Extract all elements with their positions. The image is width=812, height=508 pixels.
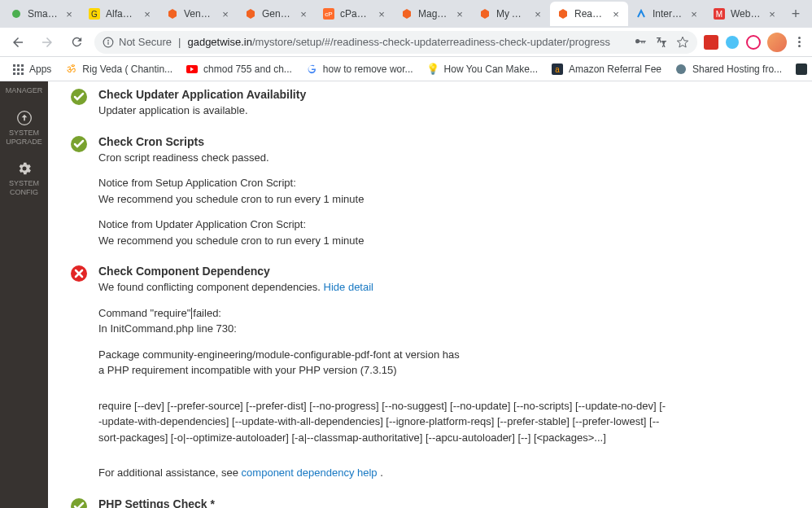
tab-title: My Account	[496, 8, 527, 20]
info-icon	[103, 37, 114, 48]
avatar[interactable]	[767, 33, 787, 52]
favicon-cpanel: cP	[322, 7, 335, 20]
back-button[interactable]	[7, 31, 29, 54]
sidebar-label: MANAGER	[2, 86, 46, 95]
tab-2[interactable]: Vendor Bun ×	[159, 2, 238, 26]
ext-icon-1[interactable]	[704, 35, 718, 50]
bookmarks-bar: Apps ॐ Rig Veda ( Chantin... chmod 755 a…	[0, 57, 812, 81]
bookmark-label: How You Can Make...	[444, 64, 538, 75]
close-icon[interactable]: ×	[454, 8, 465, 20]
key-icon[interactable]	[634, 36, 647, 49]
gear-icon	[2, 160, 46, 177]
tab-5[interactable]: Magento 2.3 ×	[394, 2, 472, 26]
tab-4[interactable]: cP cPanel Login ×	[316, 2, 394, 26]
bookmark-label: chmod 755 and ch...	[203, 64, 292, 75]
favicon-magento	[478, 7, 491, 20]
tab-9[interactable]: M Websites ga ×	[706, 2, 784, 26]
check-title: Check Updater Application Availability	[98, 88, 796, 101]
ext-icon-2[interactable]	[725, 35, 740, 50]
svg-rect-20	[17, 72, 20, 75]
check-updater: Check Updater Application Availability U…	[71, 88, 812, 119]
component-help-link[interactable]: component dependency help	[242, 466, 378, 479]
svg-point-8	[107, 39, 109, 41]
assist-text: .	[378, 466, 383, 479]
bookmark-label: Rig Veda ( Chantin...	[82, 64, 172, 75]
upload-icon	[2, 110, 46, 126]
bookmark-rigveda[interactable]: ॐ Rig Veda ( Chantin...	[59, 59, 177, 79]
favicon-m: M	[713, 7, 726, 20]
star-icon[interactable]	[676, 36, 689, 49]
package-error: Package community-engineering/module-con…	[98, 347, 796, 379]
tab-title: Smart Webs	[28, 8, 59, 20]
hide-detail-link[interactable]: Hide detail	[324, 281, 373, 293]
svg-rect-17	[17, 68, 20, 71]
svg-rect-26	[796, 64, 807, 75]
forward-button[interactable]	[36, 31, 59, 54]
tab-title: Websites ga	[731, 8, 762, 20]
bookmark-chmod[interactable]: chmod 755 and ch...	[181, 59, 297, 79]
close-icon[interactable]: ×	[610, 8, 622, 20]
youtube-icon	[186, 63, 199, 76]
check-desc: We found conflicting component dependenc…	[98, 279, 796, 296]
close-icon[interactable]: ×	[688, 8, 700, 20]
sidebar-item-system-upgrade[interactable]: SYSTEM UPGRADE	[0, 103, 48, 155]
tab-6[interactable]: My Account ×	[472, 2, 550, 26]
url-bar[interactable]: Not Secure | gadgetwise.in/mystore/setup…	[94, 31, 697, 54]
bookmark-amazon[interactable]: a Amazon Referral Fee	[546, 59, 666, 79]
close-icon[interactable]: ×	[766, 8, 778, 20]
bookmark-howyoucan[interactable]: 💡 How You Can Make...	[421, 59, 543, 79]
close-icon[interactable]: ×	[298, 8, 309, 20]
favicon-magento	[244, 7, 257, 20]
content: Check Updater Application Availability U…	[48, 81, 812, 508]
require-block: require [--dev] [--prefer-source] [--pre…	[98, 398, 668, 446]
assist-text: For additional assistance, see	[98, 466, 242, 479]
not-secure-label: Not Secure	[119, 36, 172, 48]
notice-line: Notice from Updater Application Cron Scr…	[98, 217, 796, 233]
tab-title: Magento 2.3	[418, 8, 449, 20]
url-bar-row: Not Secure | gadgetwise.in/mystore/setup…	[0, 28, 812, 57]
tab-title: cPanel Login	[340, 8, 371, 20]
bookmark-label: how to remove wor...	[323, 64, 413, 75]
close-icon[interactable]: ×	[376, 8, 387, 20]
tab-strip: Smart Webs × G Alfawise AR1 × Vendor Bun…	[0, 0, 812, 28]
svg-rect-9	[107, 42, 108, 45]
sidebar-item-system-config[interactable]: SYSTEM CONFIG	[0, 154, 48, 205]
cron-notice-2: Notice from Updater Application Cron Scr…	[98, 217, 796, 248]
cmd-line: Command "require"failed:	[98, 305, 796, 322]
favicon-interserver	[635, 7, 648, 20]
svg-rect-10	[704, 35, 718, 50]
favicon-magento	[166, 7, 179, 20]
ext-icon-3[interactable]	[746, 35, 761, 50]
new-tab-button[interactable]: +	[784, 2, 807, 25]
svg-rect-19	[13, 72, 15, 75]
bookmark-apps[interactable]: Apps	[7, 59, 56, 79]
browser-chrome: Smart Webs × G Alfawise AR1 × Vendor Bun…	[0, 0, 812, 81]
close-icon[interactable]: ×	[142, 8, 153, 20]
reload-button[interactable]	[65, 31, 88, 54]
tab-1[interactable]: G Alfawise AR1 ×	[81, 2, 159, 26]
menu-button[interactable]	[793, 37, 805, 47]
favicon-magento	[557, 7, 570, 20]
cron-notice-1: Notice from Setup Application Cron Scrip…	[98, 175, 796, 207]
favicon-magento	[400, 7, 413, 20]
assistance-line: For additional assistance, see component…	[98, 465, 796, 481]
apps-icon	[11, 63, 24, 76]
translate-icon[interactable]	[655, 36, 668, 49]
svg-point-11	[726, 36, 739, 49]
tab-0[interactable]: Smart Webs ×	[3, 2, 81, 26]
tab-7-active[interactable]: Readiness C ×	[550, 2, 628, 26]
close-icon[interactable]: ×	[220, 8, 231, 20]
bookmark-allengland[interactable]: All England Champi...	[790, 59, 812, 79]
sidebar-item-manager[interactable]: MANAGER	[0, 85, 48, 103]
close-icon[interactable]: ×	[63, 8, 75, 20]
security-indicator[interactable]: Not Secure	[103, 36, 172, 48]
favicon-smart	[10, 7, 23, 20]
command-failed: Command "require"failed: In InitCommand.…	[98, 305, 796, 337]
bookmark-remove[interactable]: how to remove wor...	[300, 59, 418, 79]
svg-point-0	[12, 10, 20, 18]
url-path: /mystore/setup/#/readiness-check-updater…	[252, 36, 610, 48]
tab-3[interactable]: General CLI ×	[238, 2, 316, 26]
tab-8[interactable]: InterServer ×	[628, 2, 706, 26]
close-icon[interactable]: ×	[532, 8, 544, 20]
bookmark-sharedhosting[interactable]: Shared Hosting fro...	[670, 59, 787, 79]
